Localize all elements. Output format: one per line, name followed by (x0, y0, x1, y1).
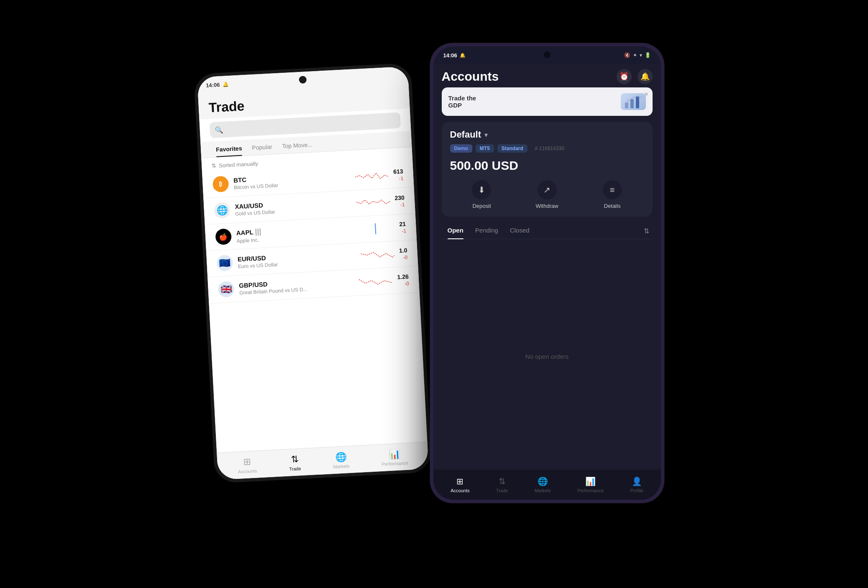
front-app-content: Accounts ⏰ 🔔 Trade theGDP × (433, 64, 661, 470)
svg-line-0 (375, 223, 376, 234)
front-phone-camera (544, 51, 551, 58)
xau-chart (356, 195, 390, 210)
aapl-price: 21 -1 (399, 220, 406, 234)
badge-account-num: # 116814330 (531, 144, 568, 153)
eur-info: EUR/USD Euro vs US Dollar (237, 249, 356, 269)
btc-info: BTC Bitcoin vs US Dollar (233, 171, 350, 191)
account-balance: 500.00 USD (450, 159, 644, 173)
eur-price: 1.0 -0 (399, 247, 407, 261)
battery-icon: 🔋 (645, 52, 651, 58)
front-nav-profile[interactable]: 👤 Profile (630, 476, 643, 493)
account-badges: Demo MT5 Standard # 116814330 (450, 144, 644, 153)
account-card: Default ▾ Demo MT5 Standard # 116814330 … (442, 122, 653, 217)
badge-demo: Demo (450, 144, 472, 153)
svg-rect-1 (625, 102, 628, 108)
xau-price: 230 -1 (394, 194, 405, 208)
tab-top-movers[interactable]: Top Move... (277, 138, 317, 154)
back-nav-performance[interactable]: 📊 Performance (381, 448, 408, 466)
front-nav-markets[interactable]: 🌐 Markets (535, 476, 551, 493)
back-app-content: Trade 🔍 Favorites Popular Top Move... ⇅ … (198, 83, 427, 453)
front-time: 14:06 (443, 52, 457, 59)
sort-icon: ⇅ (211, 163, 216, 169)
svg-rect-2 (630, 99, 634, 108)
front-performance-icon: 📊 (585, 476, 596, 486)
front-profile-icon: 👤 (632, 476, 642, 486)
back-time: 14:06 (205, 82, 220, 89)
front-accounts-icon: ⊞ (456, 476, 463, 486)
gbp-icon: 🇬🇧 (218, 281, 234, 298)
btc-chart (354, 169, 388, 183)
no-orders-message: No open orders (442, 243, 653, 470)
aapl-icon: 🍎 (215, 228, 232, 245)
accounts-header: Accounts ⏰ 🔔 (442, 64, 653, 87)
gbp-chart (358, 274, 392, 289)
order-tabs: Open Pending Closed ⇅ (442, 223, 653, 239)
details-icon: ≡ (603, 180, 622, 199)
withdraw-button[interactable]: ↗ Withdraw (535, 180, 558, 209)
phone-back: 14:06 🔔 Trade 🔍 Favorites Popular Top Mo… (193, 63, 432, 483)
promo-banner[interactable]: Trade theGDP × (442, 87, 653, 116)
front-markets-icon: 🌐 (538, 476, 548, 486)
front-nav-performance[interactable]: 📊 Performance (577, 476, 604, 493)
phone-front: 14:06 🔔 🔇 ✦ ▾ 🔋 Accounts ⏰ (430, 43, 664, 503)
btc-icon: ₿ (212, 176, 229, 192)
bluetooth-icon: ✦ (633, 52, 637, 58)
gbp-info: GBP/USD Great Britain Pound vs US D... (238, 276, 354, 295)
front-nav-accounts[interactable]: ⊞ Accounts (451, 476, 469, 493)
back-nav-markets[interactable]: 🌐 Markets (332, 451, 349, 469)
promo-text: Trade theGDP (448, 95, 617, 109)
accounts-page-title: Accounts (442, 69, 617, 84)
eur-chart (360, 248, 394, 262)
gbp-price: 1.26 -0 (397, 273, 409, 287)
deposit-label: Deposit (472, 203, 491, 209)
account-actions: ⬇ Deposit ↗ Withdraw ≡ Details (450, 180, 644, 209)
badge-mt5: MT5 (476, 144, 494, 153)
xau-icon: 🌐 (213, 202, 230, 219)
back-phone-camera (299, 76, 307, 84)
tab-popular[interactable]: Popular (246, 140, 277, 156)
markets-nav-icon: 🌐 (335, 451, 346, 463)
front-nav-trade[interactable]: ⇅ Trade (496, 476, 508, 493)
eur-icon: 🇪🇺 (216, 255, 233, 271)
deposit-icon: ⬇ (472, 180, 491, 199)
chevron-down-icon[interactable]: ▾ (484, 131, 488, 139)
details-button[interactable]: ≡ Details (603, 180, 622, 209)
back-nav-accounts[interactable]: ⊞ Accounts (237, 456, 257, 474)
promo-close-button[interactable]: × (645, 91, 648, 97)
deposit-button[interactable]: ⬇ Deposit (472, 180, 491, 209)
badge-standard: Standard (497, 144, 527, 153)
tab-pending[interactable]: Pending (469, 223, 504, 239)
header-action-icons: ⏰ 🔔 (617, 69, 653, 84)
xau-info: XAU/USD Gold vs US Dollar (234, 197, 351, 217)
trade-nav-icon: ⇅ (290, 454, 298, 465)
promo-graphic (621, 93, 646, 110)
aapl-chart (361, 222, 394, 236)
withdraw-icon: ↗ (538, 180, 557, 199)
front-status-emoji: 🔔 (460, 53, 466, 58)
wifi-icon: ▾ (640, 52, 642, 58)
front-status-icons: 🔇 ✦ ▾ 🔋 (624, 52, 651, 58)
alarm-button[interactable]: ⏰ (617, 69, 632, 84)
performance-nav-icon: 📊 (388, 448, 400, 460)
alarm-icon: ⏰ (620, 72, 629, 81)
accounts-nav-icon: ⊞ (243, 456, 251, 468)
aapl-info: AAPL ||| Apple Inc. (236, 222, 356, 244)
tab-open[interactable]: Open (442, 223, 469, 239)
order-sort-icon[interactable]: ⇅ (640, 224, 653, 238)
mute-icon: 🔇 (624, 52, 630, 58)
front-bottom-nav: ⊞ Accounts ⇅ Trade 🌐 Markets 📊 Performan… (433, 470, 661, 500)
back-nav-trade[interactable]: ⇅ Trade (288, 454, 301, 471)
details-label: Details (604, 203, 621, 209)
account-name-row: Default ▾ (450, 129, 644, 140)
search-icon: 🔍 (215, 125, 223, 134)
svg-rect-3 (636, 97, 639, 108)
withdraw-label: Withdraw (535, 203, 558, 209)
tab-favorites[interactable]: Favorites (210, 141, 247, 157)
bell-icon: 🔔 (640, 72, 650, 81)
bell-button[interactable]: 🔔 (638, 69, 653, 84)
account-name: Default (450, 129, 481, 140)
tab-closed[interactable]: Closed (504, 223, 535, 239)
asset-list: ₿ BTC Bitcoin vs US Dollar 613 -1 (202, 161, 419, 304)
scene: 14:06 🔔 Trade 🔍 Favorites Popular Top Mo… (204, 43, 664, 545)
front-trade-icon: ⇅ (499, 476, 506, 486)
